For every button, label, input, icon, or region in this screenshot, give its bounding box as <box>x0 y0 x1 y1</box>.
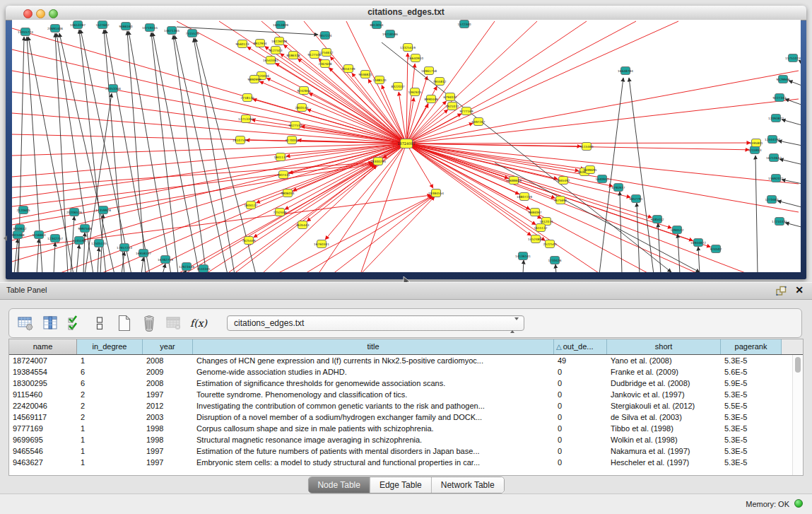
graph-edge-black <box>799 60 801 67</box>
graph-node-label: 16760341 <box>314 243 329 246</box>
graph-node-label: 1094522 <box>670 228 683 232</box>
table-row[interactable]: 1872400712008Changes of HCN gene express… <box>9 355 803 366</box>
table-options-icon[interactable] <box>16 314 35 332</box>
scrollbar-thumb[interactable] <box>795 357 801 373</box>
deselect-all-icon[interactable] <box>90 314 109 332</box>
close-panel-icon[interactable]: ✕ <box>795 284 804 296</box>
graph-edge-red <box>406 144 558 179</box>
panel-collapse-arrow-icon[interactable] <box>1 235 7 241</box>
table-cell: 5.3E-5 <box>721 423 782 434</box>
graph-node-label: 1510345 <box>196 267 210 271</box>
delete-table-disabled-icon <box>165 314 183 332</box>
graph-edge-red <box>406 144 581 146</box>
graph-node-label: 7857224 <box>318 34 331 37</box>
table-cell: Estimation of the future numbers of pati… <box>193 445 554 457</box>
tab-network-table[interactable]: Network Table <box>431 477 504 493</box>
graph-node-label: 12505135 <box>91 242 107 245</box>
graph-edge-red <box>276 196 433 272</box>
table-row[interactable]: 969969511998Structural magnetic resonanc… <box>9 434 803 445</box>
graph-edge-black <box>54 243 55 272</box>
table-row[interactable]: 977716911998Corpus callosum shape and si… <box>9 423 803 434</box>
memory-status-dot-icon[interactable] <box>794 499 803 508</box>
table-cell: 0 <box>554 400 607 411</box>
graph-node-label: 1145193 <box>72 239 86 243</box>
table-row[interactable]: 911546021997Tourette syndrome. Phenomeno… <box>9 389 803 400</box>
graph-node-label: 9242844 <box>297 89 310 93</box>
table-header-row: name in_degree year title △out_de... sho… <box>9 339 803 355</box>
graph-node-label: 18807249 <box>517 195 532 199</box>
table-cell: 2 <box>77 389 143 400</box>
table-cell: 19384554 <box>9 366 77 378</box>
graph-node-label: 2718120 <box>240 96 254 100</box>
table-cell: Disruption of a novel member of a sodium… <box>193 411 554 423</box>
graph-node-label: 17359928 <box>95 209 111 212</box>
status-bar: Memory: OK <box>0 493 812 514</box>
column-header-short[interactable]: short <box>607 339 721 354</box>
graph-node-label: 7955812 <box>433 80 446 83</box>
graph-edge-red <box>406 144 749 272</box>
graph-node-label: 16958107 <box>136 252 151 255</box>
function-builder-icon[interactable]: f(x) <box>189 314 208 332</box>
table-cell: Franke et al. (2009) <box>607 366 721 378</box>
table-cell: 5.3E-5 <box>721 389 782 400</box>
table-row[interactable]: 1938455462009Genome-wide association stu… <box>9 366 803 378</box>
table-cell: 5.3E-5 <box>721 434 782 445</box>
table-cell: 9465546 <box>9 445 77 457</box>
column-header-name[interactable]: name <box>9 339 77 354</box>
graph-edge-black <box>71 216 74 272</box>
graph-edge-red <box>12 144 406 262</box>
table-cell: 2 <box>77 400 143 411</box>
graph-node-label: 8350612 <box>13 227 26 230</box>
network-graph-canvas[interactable]: 1405572420691406106532871527602946616010… <box>12 20 801 272</box>
table-cell: 0 <box>554 423 607 434</box>
graph-edge-red <box>12 163 373 206</box>
graph-node-label: 17957253 <box>117 246 132 250</box>
graph-edge-black <box>789 81 801 88</box>
tab-edge-table[interactable]: Edge Table <box>370 477 431 493</box>
select-all-icon[interactable] <box>66 314 84 332</box>
graph-edge-black <box>141 257 143 272</box>
tab-node-table[interactable]: Node Table <box>308 477 370 493</box>
table-cell: 0 <box>554 457 607 468</box>
table-row[interactable]: 1830029562008Estimation of significance … <box>9 378 803 389</box>
show-column-icon[interactable] <box>41 314 59 332</box>
vertical-scrollbar[interactable] <box>792 355 803 475</box>
table-cell: 0 <box>554 389 607 400</box>
table-row[interactable]: 1456911722003Disruption of a novel membe… <box>9 411 803 423</box>
graph-edge-black <box>778 141 801 147</box>
table-select-dropdown[interactable]: citations_edges.txt <box>227 315 524 331</box>
graph-node-label: 13325419 <box>400 46 416 49</box>
graph-node-label: 16543382 <box>263 59 278 62</box>
create-table-icon[interactable] <box>115 314 134 332</box>
delete-rows-icon[interactable] <box>140 314 158 332</box>
table-row[interactable]: 2242004622012Investigating the contribut… <box>9 400 803 411</box>
table-cell: 1997 <box>143 445 193 457</box>
table-row[interactable]: 946362711997Embryonic stem cells: a mode… <box>9 457 803 468</box>
column-header-year[interactable]: year <box>143 339 193 354</box>
table-cell: 9115460 <box>9 389 77 400</box>
table-cell: 1997 <box>143 457 193 468</box>
graph-edge-red <box>266 78 406 144</box>
graph-node-label: 14671365 <box>164 29 180 33</box>
table-cell: 9699695 <box>9 434 77 445</box>
graph-node-label: 1615132 <box>534 226 547 230</box>
window-titlebar[interactable]: citations_edges.txt <box>6 6 806 21</box>
column-header-out-degree[interactable]: △out_de... <box>554 339 607 354</box>
graph-edge-black <box>76 245 79 272</box>
graph-node-label: 18226058 <box>271 40 287 43</box>
table-row[interactable]: 946554611997Estimation of the future num… <box>9 445 803 457</box>
graph-edge-red <box>360 197 435 272</box>
column-header-title[interactable]: title <box>193 339 554 354</box>
graph-node-label: 9115460 <box>579 145 593 148</box>
column-header-in-degree[interactable]: in_degree <box>77 339 143 354</box>
graph-node-label: 9997548 <box>78 227 91 230</box>
table-cell: 9777169 <box>9 423 77 434</box>
graph-edge-black <box>777 201 801 209</box>
table-cell: 0 <box>554 366 607 378</box>
graph-node-label: 10719155 <box>142 26 158 30</box>
graph-node-label: 8454749 <box>341 67 355 71</box>
graph-node-label: 16648784 <box>618 69 633 73</box>
column-header-pagerank[interactable]: pagerank <box>721 339 782 354</box>
graph-node-label: 10653287 <box>70 23 86 27</box>
float-window-icon[interactable] <box>776 286 787 296</box>
